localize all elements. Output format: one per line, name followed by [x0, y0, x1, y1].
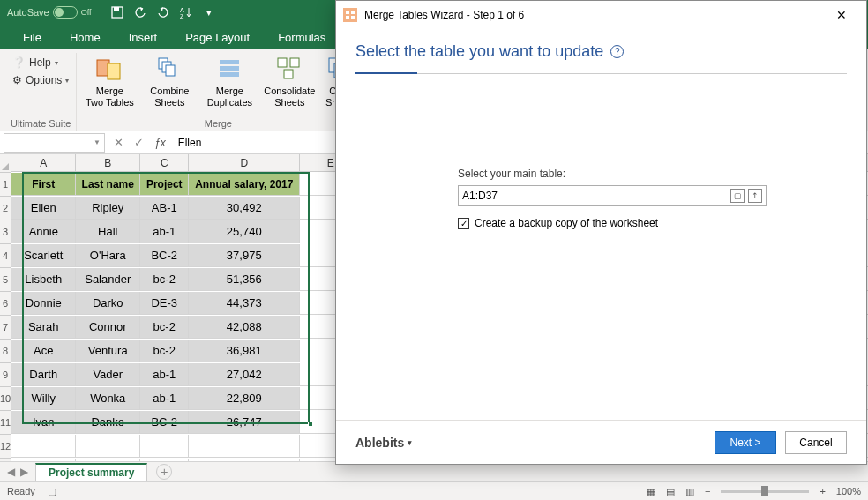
table-cell[interactable]: Lisbeth [11, 268, 76, 291]
table-cell[interactable]: Sarah [11, 316, 76, 339]
table-cell[interactable]: DE-3 [140, 292, 189, 315]
table-cell[interactable]: ab-1 [140, 220, 189, 243]
next-button[interactable]: Next > [715, 431, 776, 454]
table-cell[interactable]: 27,042 [189, 363, 300, 386]
empty-cell[interactable] [11, 435, 76, 458]
fill-handle[interactable] [308, 422, 313, 427]
view-normal-icon[interactable]: ▦ [647, 486, 655, 497]
table-cell[interactable]: bc-2 [140, 268, 189, 291]
table-cell[interactable]: Darth [11, 363, 76, 386]
close-icon[interactable]: ✕ [824, 8, 859, 22]
consolidate-button[interactable]: Consolidate Sheets [260, 53, 318, 108]
cancel-button[interactable]: Cancel [785, 431, 847, 454]
col-header-A[interactable]: A [11, 154, 76, 172]
merge-duplicates-button[interactable]: Merge Duplicates [200, 53, 258, 108]
tab-home[interactable]: Home [56, 26, 115, 49]
table-cell[interactable]: Annie [11, 220, 76, 243]
table-cell[interactable]: Willy [11, 387, 76, 410]
redo-icon[interactable] [156, 5, 170, 19]
table-cell[interactable]: Ventura [76, 340, 140, 362]
table-cell[interactable]: Ellen [11, 197, 76, 220]
table-cell[interactable]: BC-2 [140, 244, 189, 267]
tab-formulas[interactable]: Formulas [264, 26, 340, 49]
table-cell[interactable]: 22,809 [189, 387, 300, 410]
col-header-B[interactable]: B [76, 154, 140, 172]
table-cell[interactable]: ab-1 [140, 363, 189, 386]
view-pagebreak-icon[interactable]: ▥ [685, 486, 694, 497]
tab-insert[interactable]: Insert [115, 26, 172, 49]
table-cell[interactable]: 25,740 [189, 220, 300, 243]
select-all-corner[interactable] [0, 154, 11, 172]
empty-cell[interactable] [76, 435, 140, 458]
save-icon[interactable] [110, 5, 124, 19]
row-header-12[interactable]: 12 [0, 434, 11, 458]
row-header-10[interactable]: 10 [0, 386, 11, 410]
merge-two-tables-button[interactable]: Merge Two Tables [80, 53, 138, 108]
fx-icon[interactable]: ƒx [154, 137, 166, 149]
row-header-4[interactable]: 4 [0, 243, 11, 267]
table-cell[interactable]: Scarlett [11, 244, 76, 267]
range-input[interactable]: A1:D37 ▢ ↥ [458, 185, 767, 206]
enter-icon[interactable]: ✓ [134, 136, 144, 149]
table-cell[interactable]: Donnie [11, 292, 76, 315]
table-header-cell[interactable]: Annual salary, 2017 [189, 173, 300, 196]
name-box[interactable]: ▼ [4, 133, 105, 153]
table-cell[interactable]: Ripley [76, 197, 140, 220]
table-cell[interactable]: 44,373 [189, 292, 300, 315]
table-cell[interactable]: Vader [76, 363, 140, 386]
expand-range-icon[interactable]: ↥ [748, 189, 762, 203]
row-header-3[interactable]: 3 [0, 220, 11, 243]
table-cell[interactable]: 37,975 [189, 244, 300, 267]
tab-file[interactable]: File [9, 26, 56, 49]
sheet-tab-active[interactable]: Project summary [35, 463, 147, 481]
row-header-8[interactable]: 8 [0, 339, 11, 362]
help-icon[interactable]: ? [610, 45, 624, 58]
sheet-nav-prev-icon[interactable]: ◀ [7, 466, 15, 478]
undo-icon[interactable] [133, 5, 147, 19]
row-header-1[interactable]: 1 [0, 172, 11, 196]
table-cell[interactable]: Danko [76, 411, 140, 434]
empty-cell[interactable] [189, 435, 300, 458]
sheet-nav-next-icon[interactable]: ▶ [20, 466, 28, 478]
table-cell[interactable]: ab-1 [140, 387, 189, 410]
empty-cell[interactable] [140, 435, 189, 458]
zoom-slider[interactable] [721, 490, 809, 493]
brand-menu[interactable]: Ablebits▾ [355, 436, 412, 450]
options-button[interactable]: ⚙Options▾ [9, 72, 72, 88]
row-header-9[interactable]: 9 [0, 362, 11, 386]
table-cell[interactable]: Hall [76, 220, 140, 243]
customize-qat-icon[interactable]: ▾ [202, 5, 216, 19]
table-cell[interactable]: 36,981 [189, 340, 300, 362]
table-cell[interactable]: O'Hara [76, 244, 140, 267]
view-pagelayout-icon[interactable]: ▤ [666, 486, 675, 497]
macro-record-icon[interactable]: ▢ [48, 486, 56, 497]
row-header-11[interactable]: 11 [0, 410, 11, 434]
row-header-7[interactable]: 7 [0, 315, 11, 339]
table-cell[interactable]: 42,088 [189, 316, 300, 339]
table-cell[interactable]: 30,492 [189, 197, 300, 220]
row-header-6[interactable]: 6 [0, 291, 11, 315]
table-cell[interactable]: bc-2 [140, 316, 189, 339]
table-header-cell[interactable]: Last name [76, 173, 140, 196]
help-button[interactable]: ❔Help▾ [9, 55, 72, 71]
table-cell[interactable]: Ace [11, 340, 76, 362]
tab-pagelayout[interactable]: Page Layout [171, 26, 264, 49]
table-cell[interactable]: AB-1 [140, 197, 189, 220]
cancel-icon[interactable]: ✕ [114, 136, 123, 149]
row-header-2[interactable]: 2 [0, 196, 11, 220]
zoom-out-button[interactable]: − [705, 486, 710, 496]
table-cell[interactable]: 26,747 [189, 411, 300, 434]
table-cell[interactable]: Wonka [76, 387, 140, 410]
table-cell[interactable]: Darko [76, 292, 140, 315]
col-header-D[interactable]: D [189, 154, 300, 172]
table-cell[interactable]: BC-2 [140, 411, 189, 434]
table-header-cell[interactable]: First name [11, 173, 76, 196]
sort-icon[interactable]: AZ [179, 5, 193, 19]
add-sheet-button[interactable]: + [156, 464, 172, 480]
backup-checkbox[interactable]: ✓ Create a backup copy of the worksheet [458, 217, 847, 229]
table-cell[interactable]: 51,356 [189, 268, 300, 291]
zoom-in-button[interactable]: + [819, 486, 825, 496]
table-cell[interactable]: Ivan [11, 411, 76, 434]
autosave-toggle[interactable]: AutoSave Off [7, 6, 92, 19]
table-cell[interactable]: bc-2 [140, 340, 189, 362]
